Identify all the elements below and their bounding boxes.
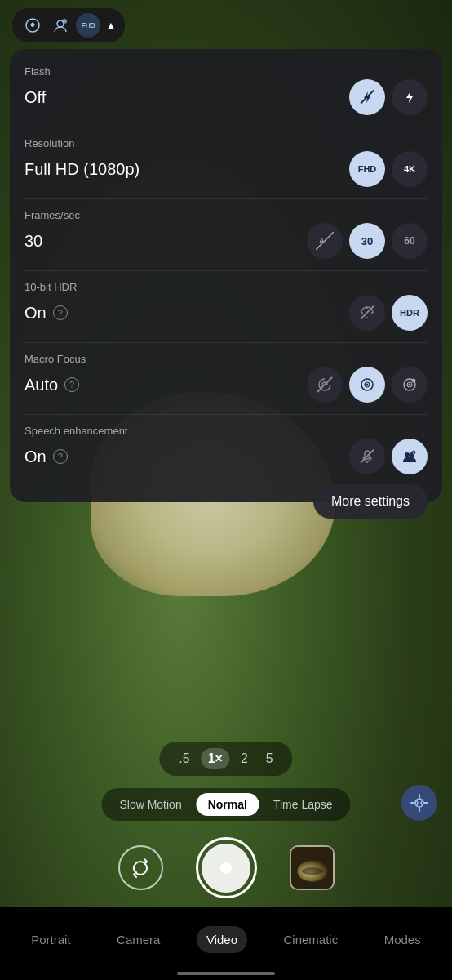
hdr-off-button[interactable] [349, 295, 385, 331]
30fps-button[interactable]: 30 [349, 223, 385, 259]
frames-label: Frames/sec [24, 209, 428, 221]
resolution-indicator[interactable]: FHD [76, 13, 100, 38]
speech-setting: Speech enhancement On ? [24, 425, 428, 474]
video-nav-item[interactable]: Video [197, 926, 247, 953]
speech-value: On ? [24, 448, 68, 466]
zoom-2x-button[interactable]: 2 [234, 748, 255, 769]
stabilize-button[interactable] [401, 785, 437, 821]
svg-point-8 [409, 384, 411, 386]
flip-camera-button[interactable] [118, 845, 163, 890]
camera-controls [95, 837, 357, 898]
cinematic-nav-item[interactable]: Cinematic [274, 926, 348, 953]
time-lapse-mode-button[interactable]: Time Lapse [262, 793, 344, 816]
macro-icon-group [307, 367, 428, 403]
slow-motion-mode-button[interactable]: Slow Motion [108, 793, 193, 816]
frames-value: 30 [24, 232, 42, 251]
auto-fps-button[interactable]: A [307, 223, 343, 259]
modes-nav-item[interactable]: Modes [374, 926, 431, 953]
camera-nav-item[interactable]: Camera [107, 926, 170, 953]
portrait-nav-item[interactable]: Portrait [21, 926, 80, 953]
mode-selector: Slow Motion Normal Time Lapse [101, 788, 350, 821]
hdr-setting: 10-bit HDR On ? HDR [24, 281, 428, 331]
more-settings-button[interactable]: More settings [313, 484, 428, 519]
hdr-icon-group: HDR [349, 295, 428, 331]
frames-setting: Frames/sec 30 A 30 60 [24, 209, 428, 259]
svg-point-11 [405, 452, 410, 457]
hdr-label: 10-bit HDR [24, 281, 428, 293]
home-indicator [177, 972, 275, 975]
live-focus-icon[interactable] [20, 13, 45, 38]
macro-value: Auto ? [24, 376, 79, 394]
macro-setting: Macro Focus Auto ? [24, 353, 428, 403]
flash-value: Off [24, 88, 46, 107]
speech-on-button[interactable]: + [392, 439, 428, 474]
shutter-button[interactable] [196, 837, 257, 898]
settings-chevron[interactable]: ▲ [105, 19, 117, 32]
speech-label: Speech enhancement [24, 425, 428, 437]
fhd-button[interactable]: FHD [349, 151, 385, 187]
resolution-label: Resolution [24, 137, 428, 149]
resolution-setting: Resolution Full HD (1080p) FHD 4K [24, 137, 428, 187]
zoom-05-button[interactable]: .5 [172, 748, 196, 769]
macro-info-button[interactable]: ? [64, 377, 79, 392]
settings-panel: Flash Off Resoluti [10, 49, 442, 502]
bottom-nav: Portrait Camera Video Cinematic Modes [0, 906, 452, 980]
macro-label: Macro Focus [24, 353, 428, 365]
resolution-icon-group: FHD 4K [349, 151, 428, 187]
zoom-5x-button[interactable]: 5 [259, 748, 280, 769]
normal-mode-button[interactable]: Normal [197, 793, 259, 816]
flash-setting: Flash Off [24, 65, 428, 115]
top-bar: + FHD ▲ [12, 8, 125, 42]
flash-label: Flash [24, 65, 428, 78]
speech-off-button[interactable] [349, 439, 385, 474]
speech-icon-group: + [349, 439, 428, 474]
zoom-1x-button[interactable]: 1× [202, 748, 229, 769]
hdr-value: On ? [24, 304, 68, 323]
flash-on-button[interactable] [392, 79, 428, 115]
svg-point-7 [366, 384, 369, 386]
flash-off-button[interactable] [349, 79, 385, 115]
frames-icon-group: A 30 60 [307, 223, 428, 259]
hdr-info-button[interactable]: ? [53, 305, 68, 320]
recent-photo-thumbnail[interactable] [290, 845, 335, 890]
svg-point-9 [412, 379, 416, 383]
resolution-value: Full HD (1080p) [24, 160, 140, 179]
macro-auto-button[interactable] [349, 367, 385, 403]
flash-icon-group [349, 79, 428, 115]
4k-button[interactable]: 4K [392, 151, 428, 187]
macro-off-button[interactable] [307, 367, 343, 403]
svg-point-18 [301, 867, 322, 875]
hdr-on-button[interactable]: HDR [392, 295, 428, 331]
zoom-controls: .5 1× 2 5 [159, 742, 292, 776]
face-retouch-icon[interactable]: + [48, 13, 73, 38]
svg-point-1 [31, 24, 34, 27]
60fps-button[interactable]: 60 [392, 223, 428, 259]
speech-info-button[interactable]: ? [53, 449, 68, 464]
macro-manual-button[interactable] [392, 367, 428, 403]
